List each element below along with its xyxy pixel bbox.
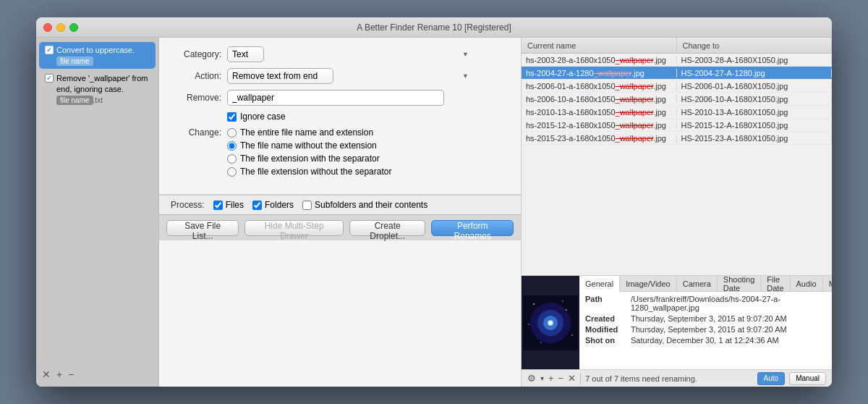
created-key: Created bbox=[585, 314, 625, 323]
sidebar-item-2-checkbox[interactable]: ✓ bbox=[45, 74, 54, 83]
process-label: Process: bbox=[171, 200, 205, 210]
file-cell-current-6: hs-2015-23-a-1680x1050_wallpaper.jpg bbox=[522, 134, 677, 143]
main-content: ✓ Convert to uppercase. file name ✓ Remo… bbox=[36, 38, 832, 387]
hide-multi-step-button[interactable]: Hide Multi-Step Drawer bbox=[244, 220, 343, 236]
sidebar-close-button[interactable]: ✕ bbox=[42, 369, 51, 379]
sidebar-item-2-badge-suffix: .txt bbox=[93, 96, 103, 104]
col-header-current: Current name bbox=[522, 38, 677, 53]
change-label: Change: bbox=[171, 127, 221, 138]
change-option-1-label: The entire file name and extension bbox=[240, 127, 373, 138]
change-radio-4[interactable] bbox=[227, 167, 237, 177]
thumbnail bbox=[522, 276, 579, 370]
close-button[interactable] bbox=[43, 23, 52, 32]
shot-on-value: Saturday, December 30, 1 at 12:24:36 AM bbox=[631, 336, 779, 345]
add-file-button[interactable]: + bbox=[548, 374, 554, 383]
traffic-lights bbox=[43, 23, 78, 32]
sidebar-bottom: ✕ + − bbox=[39, 366, 156, 382]
action-select-arrow-icon: ▼ bbox=[462, 72, 469, 80]
sidebar-item-1[interactable]: ✓ Convert to uppercase. file name bbox=[39, 42, 156, 69]
info-tab-camera[interactable]: Camera bbox=[677, 276, 718, 291]
file-cell-current-0: hs-2003-28-a-1680x1050_wallpaper.jpg bbox=[522, 56, 677, 64]
svg-point-8 bbox=[528, 324, 529, 325]
right-panel: Current name Change to hs-2003-28-a-1680… bbox=[521, 38, 832, 387]
change-row: Change: The entire file name and extensi… bbox=[171, 127, 509, 180]
file-cell-change-0: HS-2003-28-A-1680X1050.jpg bbox=[677, 56, 833, 64]
file-row-5[interactable]: hs-2015-12-a-1680x1050_wallpaper.jpgHS-2… bbox=[522, 119, 832, 132]
subfolders-checkbox[interactable] bbox=[302, 201, 312, 210]
file-cell-change-5: HS-2015-12-A-1680X1050.jpg bbox=[677, 121, 833, 130]
info-tab-general[interactable]: General bbox=[579, 276, 620, 292]
sidebar-item-2[interactable]: ✓ Remove '_wallpaper' from end, ignoring… bbox=[39, 70, 156, 108]
minimize-button[interactable] bbox=[56, 23, 65, 32]
file-list: hs-2003-28-a-1680x1050_wallpaper.jpgHS-2… bbox=[522, 54, 832, 275]
category-select[interactable]: Text bbox=[227, 46, 264, 62]
change-radio-1[interactable] bbox=[227, 128, 237, 138]
subfolders-label: Subfolders and their contents bbox=[315, 200, 427, 210]
info-tab-audio[interactable]: Audio bbox=[791, 276, 823, 291]
checkmark-icon: ✓ bbox=[46, 46, 52, 54]
change-option-1-row: The entire file name and extension bbox=[227, 127, 391, 138]
sidebar-add-button[interactable]: + bbox=[56, 369, 62, 379]
sidebar-item-2-badge: file name bbox=[56, 96, 93, 105]
folders-checkbox[interactable] bbox=[252, 201, 262, 210]
sidebar-item-1-content: Convert to uppercase. file name bbox=[56, 45, 135, 66]
remove-file-button[interactable]: − bbox=[558, 374, 564, 383]
svg-point-7 bbox=[566, 309, 567, 311]
created-row: Created Thursday, September 3, 2015 at 9… bbox=[585, 314, 832, 323]
info-tab-file-date[interactable]: File Date bbox=[761, 276, 790, 291]
file-cell-change-6: HS-2015-23-A-1680X1050.jpg bbox=[677, 134, 833, 143]
file-cell-current-2: hs-2006-01-a-1680x1050_wallpaper.jpg bbox=[522, 82, 677, 91]
remove-input[interactable] bbox=[227, 90, 444, 106]
folders-label: Folders bbox=[265, 200, 294, 210]
close-file-button[interactable]: ✕ bbox=[568, 374, 576, 383]
sidebar-item-2-label: Remove '_wallpaper' from end, ignoring c… bbox=[56, 73, 150, 94]
gear-arrow-icon: ▾ bbox=[540, 374, 544, 382]
modified-key: Modified bbox=[585, 325, 625, 334]
action-select[interactable]: Remove text from end bbox=[227, 68, 333, 84]
manual-mode-button[interactable]: Manual bbox=[789, 372, 826, 385]
form-area: Category: Text ▼ Action: Remove text fro… bbox=[159, 38, 521, 195]
bottom-toolbar: Save File List... Hide Multi-Step Drawer… bbox=[159, 214, 521, 240]
ignore-case-checkbox[interactable] bbox=[227, 112, 237, 122]
gear-icon-button[interactable]: ⚙ bbox=[527, 374, 536, 383]
created-value: Thursday, September 3, 2015 at 9:07:20 A… bbox=[631, 314, 787, 323]
files-checkbox[interactable] bbox=[213, 201, 223, 210]
titlebar: A Better Finder Rename 10 [Registered] bbox=[36, 17, 832, 38]
modified-value: Thursday, September 3, 2015 at 9:07:20 A… bbox=[631, 325, 787, 334]
info-tabs: GeneralImage/VideoCameraShooting DateFil… bbox=[579, 276, 832, 292]
info-tab-image-video[interactable]: Image/Video bbox=[620, 276, 677, 291]
category-select-wrapper: Text ▼ bbox=[227, 46, 473, 62]
shot-on-key: Shot on bbox=[585, 336, 625, 345]
sidebar-item-1-label: Convert to uppercase. bbox=[56, 45, 135, 55]
file-row-2[interactable]: hs-2006-01-a-1680x1050_wallpaper.jpgHS-2… bbox=[522, 80, 832, 93]
ignore-case-label: Ignore case bbox=[240, 111, 286, 122]
info-tab-misc[interactable]: Misc bbox=[823, 276, 832, 291]
col-header-change: Change to bbox=[677, 38, 833, 53]
right-panel-bottom: ⚙ ▾ + − ✕ 7 out of 7 items need renaming… bbox=[522, 369, 832, 387]
modified-row: Modified Thursday, September 3, 2015 at … bbox=[585, 325, 832, 334]
path-key: Path bbox=[585, 295, 625, 312]
change-radio-2[interactable] bbox=[227, 141, 237, 151]
file-row-1[interactable]: hs-2004-27-a-1280_wallpaper.jpgHS-2004-2… bbox=[522, 67, 832, 80]
change-radio-3[interactable] bbox=[227, 154, 237, 164]
perform-renames-button[interactable]: Perform Renames bbox=[431, 220, 514, 236]
info-tab-shooting-date[interactable]: Shooting Date bbox=[718, 276, 761, 291]
create-droplet-button[interactable]: Create Droplet... bbox=[349, 220, 426, 236]
maximize-button[interactable] bbox=[69, 23, 78, 32]
sidebar-item-1-checkbox[interactable]: ✓ bbox=[45, 46, 54, 54]
file-list-header: Current name Change to bbox=[522, 38, 832, 54]
action-label: Action: bbox=[171, 71, 221, 81]
svg-point-6 bbox=[533, 303, 535, 305]
save-file-list-button[interactable]: Save File List... bbox=[166, 220, 239, 236]
sidebar-remove-button[interactable]: − bbox=[68, 369, 74, 379]
subfolders-checkbox-group: Subfolders and their contents bbox=[302, 200, 427, 210]
category-select-arrow-icon: ▼ bbox=[462, 51, 469, 58]
svg-point-5 bbox=[548, 321, 553, 325]
auto-mode-button[interactable]: Auto bbox=[757, 372, 786, 385]
file-row-0[interactable]: hs-2003-28-a-1680x1050_wallpaper.jpgHS-2… bbox=[522, 54, 832, 67]
file-row-6[interactable]: hs-2015-23-a-1680x1050_wallpaper.jpgHS-2… bbox=[522, 132, 832, 145]
file-row-3[interactable]: hs-2006-10-a-1680x1050_wallpaper.jpgHS-2… bbox=[522, 93, 832, 106]
file-row-4[interactable]: hs-2010-13-a-1680x1050_wallpaper.jpgHS-2… bbox=[522, 106, 832, 119]
info-right: GeneralImage/VideoCameraShooting DateFil… bbox=[579, 276, 832, 369]
divider bbox=[580, 373, 581, 384]
